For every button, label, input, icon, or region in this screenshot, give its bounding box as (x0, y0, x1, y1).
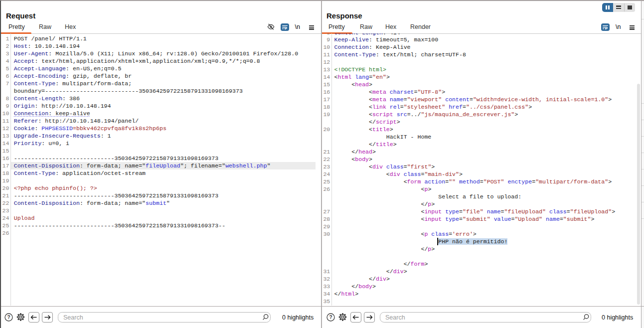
svg-text:?: ? (329, 315, 332, 320)
svg-text:?: ? (7, 315, 10, 320)
